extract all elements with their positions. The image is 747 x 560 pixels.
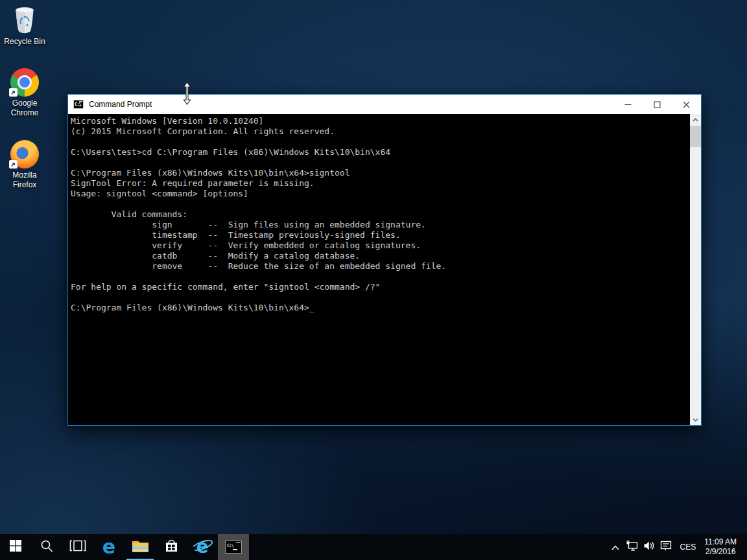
network-button[interactable] bbox=[624, 534, 641, 560]
action-center-button[interactable] bbox=[658, 534, 674, 560]
google-chrome-icon bbox=[1, 67, 48, 97]
volume-button[interactable] bbox=[641, 534, 658, 560]
desktop-icon-mozilla-firefox[interactable]: Mozilla Firefox bbox=[1, 139, 48, 190]
scrollbar-thumb[interactable] bbox=[690, 126, 701, 147]
desktop-icon-recycle-bin[interactable]: Recycle Bin bbox=[1, 5, 48, 47]
ns-resize-cursor bbox=[182, 82, 193, 108]
clock-date: 2/9/2016 bbox=[704, 547, 737, 557]
console-output[interactable]: Microsoft Windows [Version 10.0.10240] (… bbox=[68, 114, 690, 425]
shortcut-arrow-icon bbox=[9, 88, 18, 97]
store-icon bbox=[164, 539, 179, 556]
maximize-button[interactable] bbox=[643, 95, 672, 114]
console-text: Microsoft Windows [Version 10.0.10240] (… bbox=[68, 114, 690, 313]
system-tray: CES 11:09 AM 2/9/2016 bbox=[607, 534, 747, 560]
internet-explorer-icon: e bbox=[192, 537, 213, 557]
command-prompt-icon: C:\ bbox=[225, 541, 242, 554]
scrollbar[interactable] bbox=[690, 114, 701, 425]
edge-icon: e bbox=[102, 537, 115, 557]
desktop-icon-label: Google Chrome bbox=[1, 99, 48, 118]
search-button[interactable] bbox=[31, 534, 62, 560]
taskbar: e e C:\ bbox=[0, 534, 747, 560]
window-titlebar[interactable]: C:\ Command Prompt bbox=[68, 95, 701, 114]
start-icon bbox=[9, 539, 22, 555]
show-hidden-icons-button[interactable] bbox=[607, 534, 624, 560]
scroll-up-button[interactable] bbox=[690, 114, 701, 125]
edge-button[interactable]: e bbox=[93, 534, 124, 560]
network-icon bbox=[626, 541, 639, 554]
language-indicator[interactable]: CES bbox=[674, 534, 702, 560]
file-explorer-button[interactable] bbox=[124, 534, 156, 560]
window-title: Command Prompt bbox=[89, 100, 152, 109]
desktop-icon-label: Recycle Bin bbox=[1, 37, 48, 47]
command-prompt-icon: C:\ bbox=[73, 100, 84, 109]
close-button[interactable] bbox=[672, 95, 701, 114]
internet-explorer-button[interactable]: e bbox=[187, 534, 218, 560]
task-view-icon bbox=[69, 540, 86, 554]
file-explorer-icon bbox=[132, 539, 149, 555]
mozilla-firefox-icon bbox=[1, 139, 48, 169]
chevron-up-icon bbox=[611, 541, 619, 553]
store-button[interactable] bbox=[156, 534, 187, 560]
desktop-icon-google-chrome[interactable]: Google Chrome bbox=[1, 67, 48, 118]
recycle-bin-icon bbox=[1, 5, 48, 35]
desktop-icon-label: Mozilla Firefox bbox=[1, 170, 48, 190]
clock[interactable]: 11:09 AM 2/9/2016 bbox=[702, 537, 743, 557]
minimize-button[interactable] bbox=[613, 95, 643, 114]
start-button[interactable] bbox=[0, 534, 31, 560]
task-view-button[interactable] bbox=[62, 534, 93, 560]
command-prompt-taskbar-button[interactable]: C:\ bbox=[218, 534, 249, 560]
command-prompt-window: C:\ Command Prompt Microsoft Windows [Ve… bbox=[67, 94, 702, 426]
action-center-icon bbox=[660, 541, 672, 554]
volume-icon bbox=[643, 541, 655, 554]
clock-time: 11:09 AM bbox=[704, 537, 737, 547]
scroll-down-button[interactable] bbox=[690, 414, 701, 425]
shortcut-arrow-icon bbox=[9, 160, 18, 169]
search-icon bbox=[40, 539, 54, 555]
window-controls bbox=[613, 95, 701, 114]
